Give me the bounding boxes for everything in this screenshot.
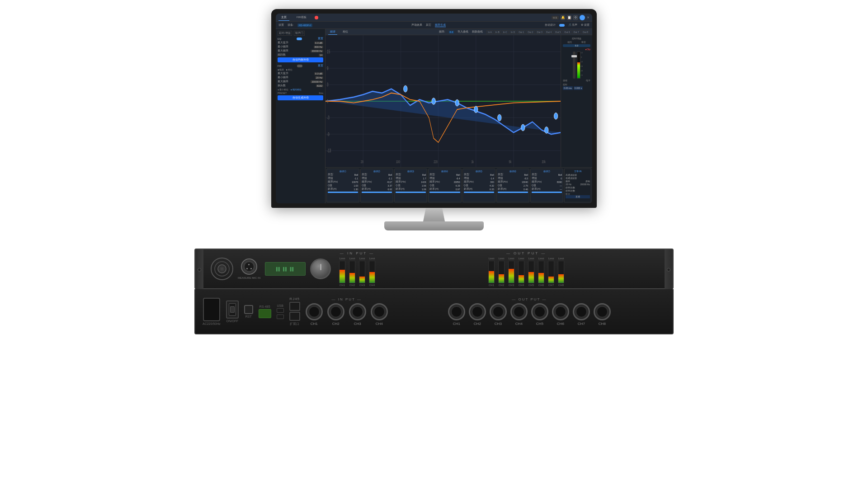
- monitor-section: 主页 FIR模板 恢复 🔔 📋 ⚙ ✕: [271, 9, 597, 230]
- output-meter-ch7: Limit CH7: [548, 257, 554, 286]
- output-meter-ch3: Limit CH3: [508, 257, 514, 286]
- svg-point-13: [404, 85, 407, 92]
- tab-main[interactable]: 主页: [278, 14, 289, 21]
- output-meter-ch4: Limit CH4: [518, 257, 524, 286]
- tab-rta[interactable]: 频谱: [328, 29, 337, 35]
- tab-phase[interactable]: 相位: [341, 29, 350, 34]
- tab-fir[interactable]: FIR模板: [294, 14, 309, 20]
- svg-point-14: [432, 98, 435, 105]
- svg-text:20k: 20k: [542, 159, 546, 164]
- rear-output-ch8: CH8: [594, 303, 611, 326]
- svg-text:3: 3: [327, 82, 329, 87]
- lcd-display: ▐▌▐▌▐▌: [265, 262, 306, 276]
- rear-output-ch4: CH4: [510, 303, 528, 326]
- eq-section: EQ 重置 最大提升 9.0 dB 最小频率: [278, 37, 323, 62]
- rear-output-ch5: CH5: [531, 303, 548, 326]
- band-strip-4: 微调④ 类型Bell 增益-6.4 频率(Hz)20850 Q值6.33 斜率(…: [428, 169, 461, 202]
- titlebar: 主页 FIR模板 恢复 🔔 📋 ⚙ ✕: [276, 14, 592, 22]
- rear-input-ch4: CH4: [371, 303, 388, 326]
- band-strip-1: 微调① 类型Bell 增益-1.1 频率(Hz)10078 Q值1.03 斜率(…: [326, 169, 359, 202]
- svg-text:-3: -3: [327, 115, 330, 120]
- xlr-mic-input: [241, 258, 257, 275]
- band-strip-5: 微调⑤ 类型Bell 增益-1.4 频率(Hz)300 Q值4.32 斜率(H)…: [462, 169, 495, 202]
- svg-point-20: [554, 113, 557, 120]
- svg-point-19: [545, 127, 548, 134]
- rear-output-ch7: CH7: [573, 303, 590, 326]
- eq-graph-area: 15 9 3 0 -3 -9 -13 20: [326, 35, 561, 167]
- fir-toggle[interactable]: [297, 65, 302, 67]
- monitor-neck: [420, 208, 448, 221]
- rack-front-panel: MEASURE MIC IN ▐▌▐▌▐▌ — IN PUT — Limit: [194, 249, 674, 289]
- rear-input-ch2: CH2: [327, 303, 344, 326]
- sub-nav: 频谱 相位 频率: 6.6 导入曲线 刷新曲线 In A In B: [326, 29, 592, 35]
- rear-input-ch1: CH1: [306, 303, 323, 326]
- svg-text:100: 100: [396, 159, 400, 164]
- input-meter-ch2: Limit CH2: [349, 257, 355, 286]
- auto-eq-button[interactable]: 自动均衡补偿: [278, 57, 323, 62]
- input-meter-ch1: Limit CH1: [339, 257, 345, 286]
- svg-point-17: [498, 114, 501, 121]
- band-strip-2: 微调② 类型Bell 增益-1.1 频率(Hz)4117 Q值3.37 斜率(H…: [360, 169, 393, 202]
- rear-output-ch6: CH6: [552, 303, 569, 326]
- output-meter-ch8: Limit CH8: [558, 257, 564, 286]
- svg-point-15: [455, 99, 459, 106]
- input-meter-ch4: Limit CH4: [369, 257, 375, 286]
- ui-sidebar: 延时/增益 噪声门 EQ 重置: [276, 29, 326, 203]
- output-meter-ch5: Limit CH5: [528, 257, 534, 286]
- rear-output-ch3: CH3: [490, 303, 507, 326]
- band-strip-3: 微调③ 类型Bell 增益1.7 频率(Hz)1426 Q值1.56 斜率(H)…: [394, 169, 427, 202]
- rear-output-ch2: CH2: [469, 303, 486, 326]
- auto-design-toggle[interactable]: [559, 24, 565, 27]
- svg-text:-13: -13: [327, 148, 331, 153]
- software-ui: 主页 FIR模板 恢复 🔔 📋 ⚙ ✕: [276, 14, 592, 203]
- right-panel: 延时/增益 低性噪音 6.9 ●Clip: [561, 35, 592, 167]
- monitor-frame: 主页 FIR模板 恢复 🔔 📋 ⚙ ✕: [271, 9, 597, 208]
- brand-logo: [211, 258, 233, 280]
- svg-text:-9: -9: [327, 131, 330, 137]
- monitor-bezel: 主页 FIR模板 恢复 🔔 📋 ⚙ ✕: [276, 14, 592, 203]
- svg-text:15: 15: [327, 49, 330, 54]
- eq-toggle[interactable]: [297, 38, 302, 40]
- input-meter-ch3: Limit CH3: [359, 257, 365, 286]
- rotary-knob[interactable]: [310, 258, 331, 279]
- rear-output-ch1: CH1: [448, 303, 465, 326]
- svg-text:9: 9: [327, 66, 329, 71]
- output-meter-ch1: Limit CH1: [488, 257, 495, 286]
- ui-main: 延时/增益 噪声门 EQ 重置: [276, 29, 592, 203]
- svg-point-18: [521, 124, 525, 131]
- svg-text:5k: 5k: [509, 159, 512, 164]
- rack-rear-panel: AC220/50Hz ON/OFF RST RS-485: [194, 289, 674, 334]
- output-meter-ch6: Limit CH6: [538, 257, 544, 286]
- band-strip-7: 微调⑦ 类型Bell 增益0 频率(Hz)8090 Q值— 斜率(H)—: [530, 169, 563, 202]
- svg-point-16: [474, 106, 478, 113]
- svg-text:0: 0: [327, 99, 329, 104]
- ui-content: 频谱 相位 频率: 6.6 导入曲线 刷新曲线 In A In B: [326, 29, 592, 203]
- svg-text:220: 220: [434, 159, 438, 164]
- toolbar: 设置 设备: HD-480P-II 声场效果 其它 频率生成 自动设计 🎵 乐声…: [276, 22, 592, 29]
- monitor-base: [384, 221, 484, 230]
- svg-text:1k: 1k: [471, 159, 474, 164]
- auto-fir-button[interactable]: 自动生成补偿: [278, 95, 323, 100]
- band-strip-6: 微调⑥ 类型Bell 增益-8.3 频率(Hz)13040 Q值2.75 斜率(…: [496, 169, 529, 202]
- rear-input-ch3: CH3: [349, 303, 366, 326]
- svg-text:20: 20: [361, 159, 363, 164]
- fir-section: FIR 重置 ■ 幅度■ 相位 最大提升 9.0 dB: [278, 64, 323, 100]
- main-scene: 主页 FIR模板 恢复 🔔 📋 ⚙ ✕: [0, 0, 868, 488]
- output-meter-ch2: Limit CH2: [498, 257, 505, 286]
- rack-section: MEASURE MIC IN ▐▌▐▌▐▌ — IN PUT — Limit: [194, 249, 674, 334]
- eq-band-strip: 微调① 类型Bell 增益-1.1 频率(Hz)10078 Q值1.03 斜率(…: [326, 167, 592, 203]
